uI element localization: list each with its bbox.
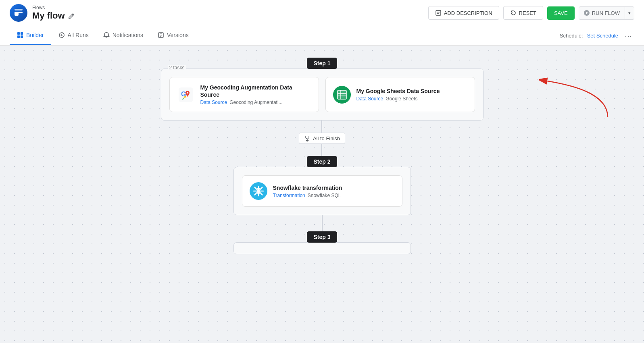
tab-notifications-label: Notifications xyxy=(113,32,143,38)
step2-section: Step 2 xyxy=(233,156,411,215)
geocoding-task-info: My Geocoding Augmentation Data Source Da… xyxy=(200,84,311,105)
all-to-finish-badge[interactable]: All to Finish xyxy=(299,133,345,144)
reset-button[interactable]: RESET xyxy=(503,6,543,20)
snowflake-task-type: Transformation xyxy=(273,193,305,198)
red-arrow-svg xyxy=(539,77,612,121)
step2-badge: Step 2 xyxy=(307,156,337,167)
notifications-icon xyxy=(103,32,110,38)
step2-box: Snowflake transformation Transformation … xyxy=(233,167,411,215)
edit-icon[interactable] xyxy=(68,12,75,19)
flow-title-text: My flow xyxy=(32,10,65,21)
description-icon xyxy=(435,10,442,16)
run-flow-label: RUN FLOW xyxy=(592,10,620,16)
run-flow-chevron[interactable]: ▾ xyxy=(625,7,634,19)
geocoding-task-subtype: Geocoding Augmentati... xyxy=(229,100,282,105)
sheets-task-subtype: Google Sheets xyxy=(386,96,417,102)
runs-icon xyxy=(58,32,65,38)
tabs: Builder All Runs Notifications Versions xyxy=(10,26,196,45)
svg-rect-1 xyxy=(15,12,19,16)
task-snowflake[interactable]: Snowflake transformation Transformation … xyxy=(242,175,402,207)
sheets-task-meta: Data Source Google Sheets xyxy=(356,96,440,102)
header-left: Flows My flow xyxy=(10,4,75,22)
all-to-finish-label: All to Finish xyxy=(313,135,340,141)
task-geocoding[interactable]: G My Geocoding Augmentation Data Source … xyxy=(169,77,319,112)
google-sheets-icon xyxy=(333,86,351,104)
tabs-right: Schedule: Set Schedule ⋯ xyxy=(560,30,634,42)
snowflake-task-subtype: Snowflake SQL xyxy=(308,193,341,198)
geocoding-task-meta: Data Source Geocoding Augmentati... xyxy=(200,100,311,105)
flows-breadcrumb[interactable]: Flows xyxy=(32,5,75,10)
flow-title-row: My flow xyxy=(32,10,75,21)
step3-box xyxy=(233,242,411,254)
header: Flows My flow ADD DESCRIPTION RESET xyxy=(0,0,644,26)
geocoding-task-type: Data Source xyxy=(200,100,227,105)
versions-icon xyxy=(158,32,164,38)
task-google-sheets[interactable]: My Google Sheets Data Source Data Source… xyxy=(325,77,475,112)
title-section: Flows My flow xyxy=(32,5,75,21)
snowflake-task-meta: Transformation Snowflake SQL xyxy=(273,193,342,198)
tab-versions[interactable]: Versions xyxy=(150,26,196,45)
sheets-task-title: My Google Sheets Data Source xyxy=(356,87,440,95)
connector-line-bottom xyxy=(321,144,322,156)
step2-tasks: Snowflake transformation Transformation … xyxy=(242,175,402,207)
svg-rect-3 xyxy=(436,10,441,15)
step3-badge: Step 3 xyxy=(307,231,337,243)
svg-rect-6 xyxy=(17,32,20,35)
maps-svg: G xyxy=(179,87,193,102)
add-description-label: ADD DESCRIPTION xyxy=(444,10,492,16)
snowflake-task-title: Snowflake transformation xyxy=(273,184,342,191)
snowflake-task-info: Snowflake transformation Transformation … xyxy=(273,184,342,198)
run-flow-button[interactable]: RUN FLOW ▾ xyxy=(579,6,634,20)
merge-icon xyxy=(304,135,311,141)
geocoding-task-title: My Geocoding Augmentation Data Source xyxy=(200,84,311,98)
tab-notifications[interactable]: Notifications xyxy=(96,26,150,45)
more-options-button[interactable]: ⋯ xyxy=(622,30,634,42)
reset-icon xyxy=(510,10,517,16)
svg-rect-15 xyxy=(338,90,346,99)
step3-section: Step 3 xyxy=(233,231,411,254)
tab-builder-label: Builder xyxy=(26,32,44,38)
tab-all-runs[interactable]: All Runs xyxy=(51,26,96,45)
snowflake-svg xyxy=(253,185,264,197)
builder-icon xyxy=(17,32,23,38)
arrow-annotation xyxy=(539,77,612,123)
connector-all-to-finish: All to Finish xyxy=(299,121,345,156)
svg-rect-7 xyxy=(21,32,23,35)
tab-all-runs-label: All Runs xyxy=(68,32,89,38)
svg-rect-9 xyxy=(21,35,23,38)
set-schedule-link[interactable]: Set Schedule xyxy=(587,33,618,39)
geocoding-icon: G xyxy=(177,86,195,104)
flow-canvas: Step 1 2 tasks G xyxy=(0,46,644,343)
tabs-bar: Builder All Runs Notifications Versions xyxy=(0,26,644,46)
step1-section: Step 1 2 tasks G xyxy=(161,58,484,121)
step1-tasks-count: 2 tasks xyxy=(168,65,186,71)
connector-line-step3 xyxy=(322,215,323,231)
header-actions: ADD DESCRIPTION RESET SAVE RUN FLOW ▾ xyxy=(428,6,634,20)
save-label: SAVE xyxy=(554,10,568,16)
add-description-button[interactable]: ADD DESCRIPTION xyxy=(428,6,499,20)
app-logo xyxy=(10,4,27,22)
sheets-svg xyxy=(337,89,347,100)
run-icon xyxy=(584,10,590,16)
tab-builder[interactable]: Builder xyxy=(10,26,51,45)
step1-box: 2 tasks G xyxy=(161,69,484,121)
flow-container: Step 1 2 tasks G xyxy=(149,58,496,254)
step1-tasks: G My Geocoding Augmentation Data Source … xyxy=(169,77,475,112)
snowflake-icon xyxy=(250,182,267,200)
step1-badge: Step 1 xyxy=(307,58,337,69)
tab-versions-label: Versions xyxy=(167,32,189,38)
sheets-task-type: Data Source xyxy=(356,96,383,102)
svg-rect-2 xyxy=(15,9,23,10)
save-button[interactable]: SAVE xyxy=(547,6,575,20)
sheets-task-info: My Google Sheets Data Source Data Source… xyxy=(356,87,440,102)
schedule-prefix: Schedule: xyxy=(560,33,583,39)
connector-line-top xyxy=(321,121,322,133)
connector-step3 xyxy=(322,215,323,231)
svg-rect-8 xyxy=(17,35,20,38)
reset-label: RESET xyxy=(519,10,536,16)
run-flow-main: RUN FLOW xyxy=(579,7,625,19)
